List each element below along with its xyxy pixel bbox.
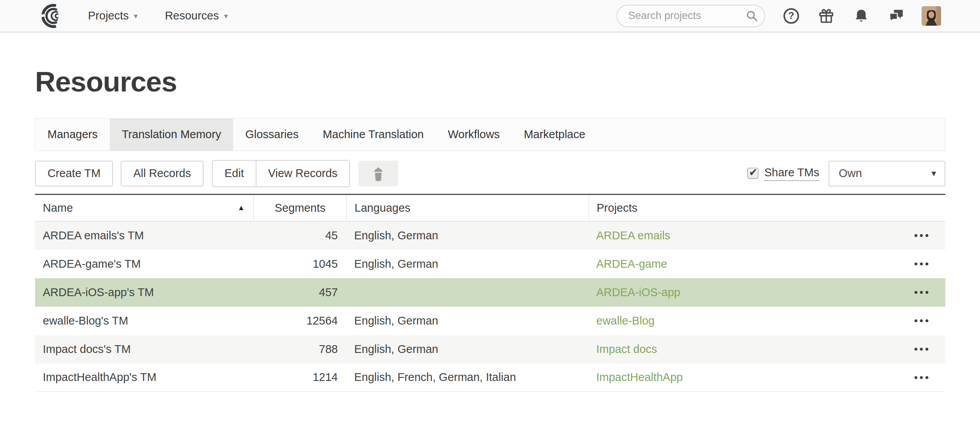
tab-machine-translation[interactable]: Machine Translation bbox=[311, 119, 436, 151]
records-button-group: Edit View Records bbox=[212, 160, 350, 187]
tm-name: ARDEA-game's TM bbox=[35, 250, 253, 278]
search-icon[interactable] bbox=[746, 10, 758, 22]
checkmark-icon: ✔ bbox=[749, 166, 758, 179]
tm-name: ARDEA emails's TM bbox=[35, 221, 253, 250]
project-link[interactable]: ARDEA-game bbox=[596, 258, 667, 270]
project-link[interactable]: ewalle-Blog bbox=[596, 314, 655, 327]
column-header-segments[interactable]: Segments bbox=[253, 195, 346, 221]
tm-segments: 788 bbox=[253, 335, 346, 363]
tm-segments: 45 bbox=[253, 221, 346, 250]
resources-tab-bar: Managers Translation Memory Glossaries M… bbox=[35, 118, 945, 151]
project-link[interactable]: ARDEA emails bbox=[596, 229, 670, 242]
table-row[interactable]: ARDEA-game's TM 1045 English, German ARD… bbox=[35, 250, 945, 278]
all-records-button[interactable]: All Records bbox=[121, 161, 203, 186]
trash-icon bbox=[371, 165, 385, 182]
table-row[interactable]: ewalle-Blog's TM 12564 English, German e… bbox=[35, 307, 945, 335]
gift-button[interactable] bbox=[817, 7, 835, 25]
tm-languages bbox=[346, 278, 588, 307]
search-input[interactable] bbox=[628, 10, 746, 22]
share-tms-label[interactable]: Share TMs bbox=[764, 166, 819, 181]
tm-name: Impact docs's TM bbox=[35, 335, 253, 363]
tm-segments: 1214 bbox=[253, 363, 346, 391]
column-header-languages[interactable]: Languages bbox=[346, 195, 588, 221]
tab-glossaries[interactable]: Glossaries bbox=[233, 119, 311, 151]
chevron-down-icon: ▾ bbox=[224, 12, 228, 20]
tm-segments: 457 bbox=[253, 278, 346, 307]
tm-name: ewalle-Blog's TM bbox=[35, 307, 253, 335]
share-tms-checkbox[interactable]: ✔ bbox=[747, 168, 759, 179]
tab-marketplace[interactable]: Marketplace bbox=[512, 119, 597, 151]
ownership-filter-value: Own bbox=[839, 167, 862, 180]
table-row[interactable]: ARDEA emails's TM 45 English, German ARD… bbox=[35, 221, 945, 250]
tm-languages: English, German bbox=[346, 307, 588, 335]
project-link[interactable]: ImpactHealthApp bbox=[596, 371, 683, 384]
column-header-name[interactable]: Name ▲ bbox=[35, 195, 253, 221]
gift-icon bbox=[818, 7, 835, 25]
table-header-row: Name ▲ Segments Languages Projects bbox=[35, 194, 945, 221]
tm-filter-controls: ✔ Share TMs Own ▾ bbox=[747, 161, 945, 186]
project-search-box bbox=[616, 5, 765, 27]
question-circle-icon: ? bbox=[783, 8, 799, 24]
crowdin-logo-icon[interactable] bbox=[36, 2, 70, 30]
row-menu-ellipsis-icon[interactable]: ••• bbox=[914, 316, 931, 326]
messages-button[interactable] bbox=[887, 7, 905, 25]
tm-segments: 12564 bbox=[253, 307, 346, 335]
tm-name: ImpactHealthApp's TM bbox=[35, 363, 253, 391]
table-row[interactable]: Impact docs's TM 788 English, German Imp… bbox=[35, 335, 945, 363]
tm-name: ARDEA-iOS-app's TM bbox=[35, 278, 253, 307]
tm-toolbar: Create TM All Records Edit View Records … bbox=[35, 160, 945, 187]
user-avatar[interactable] bbox=[922, 6, 941, 26]
row-menu-ellipsis-icon[interactable]: ••• bbox=[914, 259, 931, 269]
ownership-filter-dropdown[interactable]: Own ▾ bbox=[829, 161, 945, 186]
notifications-button[interactable] bbox=[852, 7, 870, 25]
nav-menu-projects[interactable]: Projects ▾ bbox=[88, 9, 138, 22]
sort-ascending-icon: ▲ bbox=[237, 204, 245, 212]
tm-languages: English, French, German, Italian bbox=[346, 363, 588, 391]
column-header-projects[interactable]: Projects bbox=[588, 195, 945, 221]
tab-managers[interactable]: Managers bbox=[35, 119, 110, 151]
tm-languages: English, German bbox=[346, 221, 588, 250]
chevron-down-icon: ▾ bbox=[134, 12, 138, 20]
chat-bubbles-icon bbox=[888, 8, 904, 24]
row-menu-ellipsis-icon[interactable]: ••• bbox=[914, 372, 931, 383]
edit-button[interactable]: Edit bbox=[213, 161, 256, 186]
row-menu-ellipsis-icon[interactable]: ••• bbox=[914, 344, 931, 354]
help-button[interactable]: ? bbox=[782, 7, 800, 25]
tab-workflows[interactable]: Workflows bbox=[436, 119, 512, 151]
nav-menu-resources-label: Resources bbox=[165, 9, 219, 22]
tm-languages: English, German bbox=[346, 250, 588, 278]
table-row[interactable]: ImpactHealthApp's TM 1214 English, Frenc… bbox=[35, 363, 945, 392]
translation-memory-table: Name ▲ Segments Languages Projects ARDEA… bbox=[35, 194, 945, 392]
bell-icon bbox=[853, 8, 869, 24]
chevron-down-icon: ▾ bbox=[931, 169, 936, 178]
table-row-selected[interactable]: ARDEA-iOS-app's TM 457 ARDEA-iOS-app ••• bbox=[35, 278, 945, 307]
tab-translation-memory[interactable]: Translation Memory bbox=[110, 119, 233, 151]
view-records-button[interactable]: View Records bbox=[256, 161, 349, 186]
project-link[interactable]: Impact docs bbox=[596, 343, 657, 356]
nav-menu-projects-label: Projects bbox=[88, 9, 129, 22]
top-navigation-bar: Projects ▾ Resources ▾ ? bbox=[0, 0, 980, 33]
row-menu-ellipsis-icon[interactable]: ••• bbox=[914, 287, 931, 297]
nav-menu-resources[interactable]: Resources ▾ bbox=[165, 9, 228, 22]
tm-segments: 1045 bbox=[253, 250, 346, 278]
main-content: Resources Managers Translation Memory Gl… bbox=[0, 65, 980, 392]
create-tm-button[interactable]: Create TM bbox=[35, 161, 113, 186]
page-title: Resources bbox=[35, 65, 945, 98]
tm-languages: English, German bbox=[346, 335, 588, 363]
row-menu-ellipsis-icon[interactable]: ••• bbox=[914, 230, 931, 240]
project-link[interactable]: ARDEA-iOS-app bbox=[596, 286, 680, 299]
delete-tm-button[interactable] bbox=[358, 161, 398, 186]
